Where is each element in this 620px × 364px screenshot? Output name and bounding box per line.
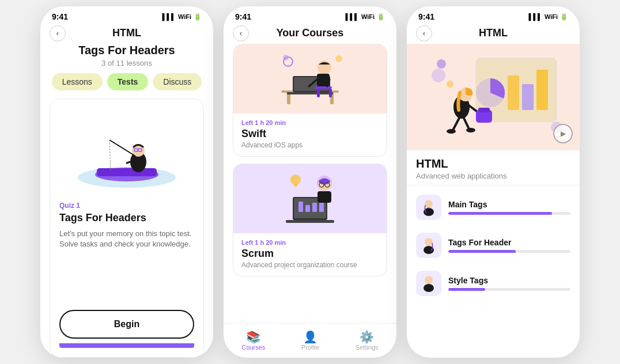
quiz-description: Let's put your memory on this topic test… [59, 229, 194, 302]
time-3: 9:41 [418, 12, 434, 21]
header-1: ‹ HTML [40, 24, 213, 44]
svg-point-25 [283, 55, 289, 60]
back-button-3[interactable]: ‹ [416, 25, 432, 41]
hero-illustration: ▶ [407, 44, 580, 150]
lesson-icon-tags-header [419, 236, 438, 255]
progress-fill-tags-header [448, 250, 516, 253]
begin-button[interactable]: Begin [59, 310, 194, 339]
tab-tests[interactable]: Tests [107, 73, 149, 90]
play-button[interactable]: ▶ [553, 124, 573, 143]
progress-bar-purple [59, 343, 194, 348]
phone-2: 9:41 ▌▌▌ WiFi 🔋 ‹ Your Courses [224, 6, 396, 358]
header-title-2: Your Courses [277, 27, 344, 39]
header-2: ‹ Your Courses [224, 24, 396, 44]
svg-rect-31 [305, 205, 310, 212]
header-3: ‹ HTML [407, 24, 580, 44]
svg-point-57 [447, 81, 453, 88]
back-button-2[interactable]: ‹ [233, 25, 249, 41]
status-icons-3: ▌▌▌ WiFi 🔋 [528, 13, 568, 21]
svg-rect-42 [508, 75, 519, 110]
wifi-icon-3: WiFi [545, 13, 558, 20]
course-info-title: HTML [416, 157, 570, 170]
courses-label: Courses [241, 344, 265, 351]
courses-icon: 📚 [246, 331, 260, 343]
svg-rect-44 [536, 70, 548, 110]
lesson-icon-style-tags [419, 274, 438, 293]
tab-discuss[interactable]: Discuss [153, 73, 202, 90]
scrum-name: Scrum [241, 248, 379, 260]
svg-rect-30 [298, 202, 303, 212]
svg-rect-19 [315, 86, 332, 89]
progress-bar-style-tags [448, 288, 570, 291]
fishing-illustration [69, 111, 184, 192]
lesson-name-tags-header: Tags For Header [448, 238, 570, 247]
quiz-card: Quiz 1 Tags For Headers Let's put your m… [50, 98, 204, 358]
lesson-item-main-tags[interactable]: Main Tags [416, 190, 570, 225]
swift-name: Swift [241, 128, 379, 140]
phone3-content: ▶ HTML Advanced web applications Main Ta… [407, 44, 580, 358]
swift-card-body: Left 1 h 20 min Swift Advanced iOS apps [233, 113, 387, 156]
svg-rect-29 [286, 220, 334, 223]
lesson-name-main-tags: Main Tags [448, 200, 570, 209]
bottom-nav: 📚 Courses 👤 Profile ⚙️ Settings [224, 323, 396, 358]
svg-point-56 [437, 59, 446, 69]
course-progress-text: 3 of 11 lessons [50, 59, 204, 67]
settings-icon: ⚙️ [360, 331, 374, 343]
progress-fill-main-tags [448, 212, 552, 215]
phone-1: 9:41 ▌▌▌ WiFi 🔋 ‹ HTML Tags For Headers … [40, 6, 213, 358]
swift-time-left: Left 1 h 20 min [241, 119, 379, 126]
svg-rect-32 [312, 203, 317, 212]
html-hero-svg [418, 47, 568, 147]
progress-bar-main-tags [448, 212, 570, 215]
course-main-title: Tags For Headers [50, 44, 204, 57]
quiz-illustration [59, 108, 194, 195]
course-info-section: HTML Advanced web applications [407, 150, 580, 185]
back-button-1[interactable]: ‹ [50, 25, 66, 41]
svg-point-54 [466, 128, 475, 132]
svg-point-53 [447, 129, 456, 134]
nav-courses[interactable]: 📚 Courses [241, 331, 265, 351]
header-title-3: HTML [479, 27, 508, 39]
lesson-icon-main-tags [419, 198, 438, 217]
nav-profile[interactable]: 👤 Profile [301, 331, 319, 351]
scrum-time-left: Left 1 h 20 min [241, 239, 379, 246]
lesson-thumb-tags-header [416, 233, 441, 258]
phone1-content: Tags For Headers 3 of 11 lessons Lessons… [40, 44, 213, 358]
time-1: 9:41 [52, 12, 68, 21]
svg-point-62 [425, 238, 433, 246]
nav-settings[interactable]: ⚙️ Settings [356, 331, 379, 351]
lesson-item-style-tags[interactable]: Style Tags [416, 266, 570, 301]
lesson-item-tags-header[interactable]: Tags For Header [416, 228, 570, 263]
course-card-swift[interactable]: Left 1 h 20 min Swift Advanced iOS apps [233, 44, 387, 157]
progress-bar-tags-header [448, 250, 570, 253]
svg-point-40 [290, 175, 301, 185]
svg-rect-2 [97, 168, 157, 176]
scrum-illustration [233, 164, 387, 233]
quiz-label: Quiz 1 [59, 202, 194, 210]
course-card-scrum[interactable]: Left 1 h 20 min Scrum Advanced project o… [233, 164, 387, 276]
svg-point-64 [425, 276, 433, 284]
svg-point-59 [425, 200, 433, 208]
swift-desc: Advanced iOS apps [241, 141, 379, 149]
phone2-content: Left 1 h 20 min Swift Advanced iOS apps [224, 44, 396, 358]
svg-line-52 [463, 117, 469, 129]
header-title-1: HTML [112, 27, 141, 39]
progress-fill-style-tags [448, 288, 485, 291]
status-bar-1: 9:41 ▌▌▌ WiFi 🔋 [40, 6, 213, 24]
profile-icon: 👤 [303, 331, 317, 343]
scrum-card-body: Left 1 h 20 min Scrum Advanced project o… [233, 233, 387, 276]
svg-point-55 [432, 69, 445, 82]
status-icons-2: ▌▌▌ WiFi 🔋 [345, 13, 385, 21]
tabs-row: Lessons Tests Discuss [50, 73, 204, 90]
status-icons-1: ▌▌▌ WiFi 🔋 [162, 13, 202, 21]
tab-lessons[interactable]: Lessons [52, 73, 103, 90]
signal-icon: ▌▌▌ [162, 13, 175, 20]
lesson-info-tags-header: Tags For Header [448, 238, 570, 253]
lesson-thumb-main-tags [416, 195, 441, 220]
svg-line-8 [109, 140, 135, 156]
profile-label: Profile [301, 344, 319, 351]
swift-illustration [233, 44, 387, 113]
courses-list: Left 1 h 20 min Swift Advanced iOS apps [224, 44, 396, 323]
svg-rect-21 [329, 89, 332, 97]
svg-point-65 [424, 284, 434, 292]
